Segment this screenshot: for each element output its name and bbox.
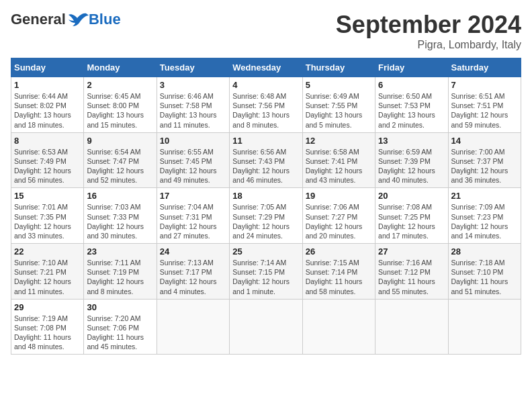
day-number: 28	[451, 246, 518, 257]
day-info: Sunrise: 7:14 AM Sunset: 7:15 PM Dayligh…	[232, 258, 299, 296]
day-info: Sunrise: 6:53 AM Sunset: 7:49 PM Dayligh…	[14, 147, 81, 185]
day-info: Sunrise: 7:06 AM Sunset: 7:27 PM Dayligh…	[306, 202, 372, 240]
logo-general: General	[11, 11, 66, 28]
calendar-day-cell: 3Sunrise: 6:46 AM Sunset: 7:58 PM Daylig…	[157, 77, 229, 133]
day-info: Sunrise: 6:55 AM Sunset: 7:45 PM Dayligh…	[160, 147, 226, 185]
day-number: 25	[232, 246, 299, 257]
day-of-week-header: Tuesday	[157, 58, 229, 77]
day-number: 20	[378, 191, 445, 201]
calendar-day-cell: 5Sunrise: 6:49 AM Sunset: 7:55 PM Daylig…	[302, 77, 375, 133]
day-of-week-header: Saturday	[448, 58, 521, 77]
day-info: Sunrise: 7:09 AM Sunset: 7:23 PM Dayligh…	[451, 202, 518, 240]
calendar-day-cell: 18Sunrise: 7:05 AM Sunset: 7:29 PM Dayli…	[230, 188, 302, 244]
day-info: Sunrise: 7:01 AM Sunset: 7:35 PM Dayligh…	[14, 202, 81, 240]
day-of-week-header: Friday	[375, 58, 448, 77]
calendar-day-cell: 8Sunrise: 6:53 AM Sunset: 7:49 PM Daylig…	[11, 132, 84, 188]
calendar-day-cell	[302, 299, 375, 355]
day-number: 15	[14, 191, 81, 201]
day-number: 16	[87, 191, 153, 201]
day-info: Sunrise: 6:59 AM Sunset: 7:39 PM Dayligh…	[378, 147, 445, 185]
day-number: 23	[87, 246, 153, 257]
calendar-day-cell: 19Sunrise: 7:06 AM Sunset: 7:27 PM Dayli…	[302, 188, 375, 244]
calendar-day-cell: 13Sunrise: 6:59 AM Sunset: 7:39 PM Dayli…	[375, 132, 448, 188]
calendar-day-cell: 22Sunrise: 7:10 AM Sunset: 7:21 PM Dayli…	[11, 244, 84, 300]
location-title: Pigra, Lombardy, Italy	[336, 39, 521, 51]
day-info: Sunrise: 7:00 AM Sunset: 7:37 PM Dayligh…	[451, 147, 518, 185]
day-number: 5	[306, 80, 372, 90]
day-number: 18	[232, 191, 299, 201]
day-info: Sunrise: 6:50 AM Sunset: 7:53 PM Dayligh…	[378, 91, 445, 130]
day-number: 24	[160, 246, 226, 257]
calendar-table: SundayMondayTuesdayWednesdayThursdayFrid…	[11, 58, 521, 355]
day-info: Sunrise: 7:20 AM Sunset: 7:06 PM Dayligh…	[87, 314, 153, 352]
day-number: 8	[14, 136, 81, 146]
day-number: 4	[232, 80, 299, 90]
calendar-day-cell: 16Sunrise: 7:03 AM Sunset: 7:33 PM Dayli…	[84, 188, 157, 244]
calendar-day-cell: 24Sunrise: 7:13 AM Sunset: 7:17 PM Dayli…	[157, 244, 229, 300]
calendar-day-cell: 26Sunrise: 7:15 AM Sunset: 7:14 PM Dayli…	[302, 244, 375, 300]
calendar-day-cell: 20Sunrise: 7:08 AM Sunset: 7:25 PM Dayli…	[375, 188, 448, 244]
calendar-day-cell	[448, 299, 521, 355]
day-info: Sunrise: 7:18 AM Sunset: 7:10 PM Dayligh…	[451, 258, 518, 296]
day-number: 3	[160, 80, 226, 90]
day-number: 29	[14, 302, 81, 312]
day-info: Sunrise: 7:15 AM Sunset: 7:14 PM Dayligh…	[306, 258, 372, 296]
day-info: Sunrise: 7:03 AM Sunset: 7:33 PM Dayligh…	[87, 202, 153, 240]
day-number: 12	[306, 136, 372, 146]
page-header: General Blue September 2024 Pigra, Lomba…	[11, 11, 521, 51]
day-number: 27	[378, 246, 445, 257]
calendar-day-cell: 9Sunrise: 6:54 AM Sunset: 7:47 PM Daylig…	[84, 132, 157, 188]
calendar-week-row: 8Sunrise: 6:53 AM Sunset: 7:49 PM Daylig…	[11, 132, 521, 188]
day-number: 14	[451, 136, 518, 146]
calendar-day-cell: 21Sunrise: 7:09 AM Sunset: 7:23 PM Dayli…	[448, 188, 521, 244]
calendar-header-row: SundayMondayTuesdayWednesdayThursdayFrid…	[11, 58, 521, 77]
day-of-week-header: Wednesday	[230, 58, 302, 77]
day-of-week-header: Sunday	[11, 58, 84, 77]
day-info: Sunrise: 7:11 AM Sunset: 7:19 PM Dayligh…	[87, 258, 153, 296]
day-number: 13	[378, 136, 445, 146]
day-info: Sunrise: 7:05 AM Sunset: 7:29 PM Dayligh…	[232, 202, 299, 240]
day-number: 10	[160, 136, 226, 146]
day-info: Sunrise: 6:58 AM Sunset: 7:41 PM Dayligh…	[306, 147, 372, 185]
calendar-week-row: 15Sunrise: 7:01 AM Sunset: 7:35 PM Dayli…	[11, 188, 521, 244]
day-number: 17	[160, 191, 226, 201]
calendar-day-cell: 12Sunrise: 6:58 AM Sunset: 7:41 PM Dayli…	[302, 132, 375, 188]
calendar-day-cell	[375, 299, 448, 355]
calendar-day-cell: 25Sunrise: 7:14 AM Sunset: 7:15 PM Dayli…	[230, 244, 302, 300]
calendar-week-row: 1Sunrise: 6:44 AM Sunset: 8:02 PM Daylig…	[11, 77, 521, 133]
day-number: 2	[87, 80, 153, 90]
logo-bird-icon	[67, 12, 89, 27]
day-info: Sunrise: 7:13 AM Sunset: 7:17 PM Dayligh…	[160, 258, 226, 296]
calendar-day-cell: 11Sunrise: 6:56 AM Sunset: 7:43 PM Dayli…	[230, 132, 302, 188]
day-info: Sunrise: 7:19 AM Sunset: 7:08 PM Dayligh…	[14, 314, 81, 352]
calendar-day-cell: 28Sunrise: 7:18 AM Sunset: 7:10 PM Dayli…	[448, 244, 521, 300]
calendar-day-cell: 29Sunrise: 7:19 AM Sunset: 7:08 PM Dayli…	[11, 299, 84, 355]
calendar-week-row: 22Sunrise: 7:10 AM Sunset: 7:21 PM Dayli…	[11, 244, 521, 300]
calendar-day-cell: 17Sunrise: 7:04 AM Sunset: 7:31 PM Dayli…	[157, 188, 229, 244]
calendar-day-cell	[230, 299, 302, 355]
day-info: Sunrise: 7:10 AM Sunset: 7:21 PM Dayligh…	[14, 258, 81, 296]
day-info: Sunrise: 6:54 AM Sunset: 7:47 PM Dayligh…	[87, 147, 153, 185]
calendar-day-cell: 10Sunrise: 6:55 AM Sunset: 7:45 PM Dayli…	[157, 132, 229, 188]
day-number: 21	[451, 191, 518, 201]
day-of-week-header: Thursday	[302, 58, 375, 77]
day-info: Sunrise: 6:56 AM Sunset: 7:43 PM Dayligh…	[232, 147, 299, 185]
calendar-day-cell: 1Sunrise: 6:44 AM Sunset: 8:02 PM Daylig…	[11, 77, 84, 133]
logo-blue: Blue	[89, 11, 121, 28]
calendar-day-cell: 30Sunrise: 7:20 AM Sunset: 7:06 PM Dayli…	[84, 299, 157, 355]
calendar-week-row: 29Sunrise: 7:19 AM Sunset: 7:08 PM Dayli…	[11, 299, 521, 355]
calendar-day-cell: 7Sunrise: 6:51 AM Sunset: 7:51 PM Daylig…	[448, 77, 521, 133]
day-info: Sunrise: 6:48 AM Sunset: 7:56 PM Dayligh…	[232, 91, 299, 130]
day-info: Sunrise: 6:45 AM Sunset: 8:00 PM Dayligh…	[87, 91, 153, 130]
day-number: 7	[451, 80, 518, 90]
day-number: 19	[306, 191, 372, 201]
day-number: 9	[87, 136, 153, 146]
day-info: Sunrise: 6:49 AM Sunset: 7:55 PM Dayligh…	[306, 91, 372, 130]
day-info: Sunrise: 6:51 AM Sunset: 7:51 PM Dayligh…	[451, 91, 518, 130]
month-title: September 2024	[336, 11, 521, 39]
calendar-day-cell: 14Sunrise: 7:00 AM Sunset: 7:37 PM Dayli…	[448, 132, 521, 188]
calendar-day-cell	[157, 299, 229, 355]
day-number: 11	[232, 136, 299, 146]
day-of-week-header: Monday	[84, 58, 157, 77]
day-number: 6	[378, 80, 445, 90]
